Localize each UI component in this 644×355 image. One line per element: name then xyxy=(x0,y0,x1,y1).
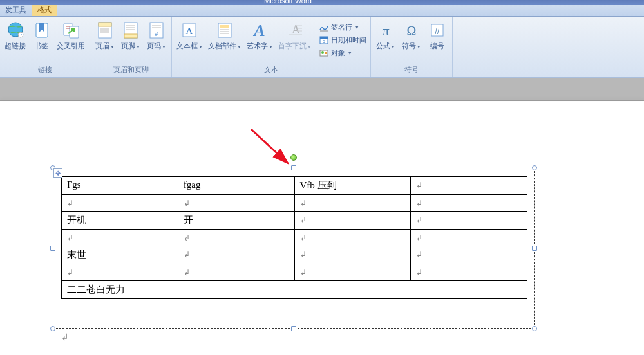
footer-icon xyxy=(120,20,141,41)
table-row[interactable]: ↲↲↲↲ xyxy=(62,230,527,246)
resize-handle-mr[interactable] xyxy=(532,246,537,251)
group-headerfooter: 页眉▼ 页脚▼ # 页码▼ 页眉和页脚 xyxy=(90,17,172,77)
ribbon: 超链接 书签 交叉引用 链接 页眉▼ xyxy=(0,17,644,77)
textbox-icon: A xyxy=(179,20,200,41)
table-cell[interactable]: ↲ xyxy=(411,195,527,212)
table-cell[interactable]: Vfb 压到 xyxy=(294,177,411,195)
table-cell[interactable]: 末世 xyxy=(62,246,178,264)
quickparts-icon xyxy=(214,20,235,41)
document-table[interactable]: FgsfgagVfb 压到↲↲↲↲↲开机开↲↲↲↲↲↲末世↲↲↲↲↲↲↲二二苍白… xyxy=(61,176,527,299)
table-cell[interactable]: ↲ xyxy=(411,246,527,264)
resize-handle-tr[interactable] xyxy=(532,165,537,170)
equation-button[interactable]: π 公式▼ xyxy=(374,19,398,51)
svg-text:π: π xyxy=(382,23,389,39)
svg-rect-24 xyxy=(220,25,229,28)
chevron-down-icon: ▼ xyxy=(198,44,203,49)
table-row[interactable]: 开机开↲↲ xyxy=(62,212,527,230)
table-cell[interactable]: ↲ xyxy=(178,195,294,212)
svg-text:#: # xyxy=(435,25,440,36)
table-cell[interactable]: ↲ xyxy=(411,230,527,246)
wordart-button[interactable]: A 艺术字▼ xyxy=(245,19,275,51)
table-cell[interactable]: ↲ xyxy=(62,230,178,246)
table-cell[interactable]: ↲ xyxy=(411,177,527,195)
symbol-button[interactable]: Ω 符号▼ xyxy=(399,19,424,51)
number-button[interactable]: # 编号 xyxy=(425,19,450,51)
table-cell[interactable]: ↲ xyxy=(294,212,411,230)
chevron-down-icon: ▼ xyxy=(417,44,421,49)
selected-object-frame[interactable]: ✥ FgsfgagVfb 压到↲↲↲↲↲开机开↲↲↲↲↲↲末世↲↲↲↲↲↲↲二二… xyxy=(53,168,535,329)
table-cell[interactable]: ↲ xyxy=(178,230,294,246)
title-bar: Microsoft Word xyxy=(0,0,644,5)
rotation-handle[interactable] xyxy=(290,154,297,161)
document-area[interactable]: ✥ FgsfgagVfb 压到↲↲↲↲↲开机开↲↲↲↲↲↲末世↲↲↲↲↲↲↲二二… xyxy=(0,77,644,355)
table-cell[interactable]: ↲ xyxy=(411,212,527,230)
datetime-button[interactable]: 5 日期和时间 xyxy=(317,34,368,46)
table-row[interactable]: 末世↲↲↲ xyxy=(62,246,527,264)
table-cell[interactable]: ↲ xyxy=(62,264,178,281)
crossref-button[interactable]: 交叉引用 xyxy=(55,19,87,51)
svg-text:Ω: Ω xyxy=(406,24,416,38)
table-cell[interactable]: Fgs xyxy=(62,177,178,195)
table-move-handle[interactable]: ✥ xyxy=(53,168,62,178)
chevron-down-icon: ▼ xyxy=(237,44,242,49)
resize-handle-bl[interactable] xyxy=(50,326,55,331)
sigline-button[interactable]: 签名行▼ xyxy=(317,21,368,33)
table-row[interactable]: ↲↲↲↲ xyxy=(62,264,527,281)
table-cell[interactable]: ↲ xyxy=(294,230,411,246)
bookmark-icon xyxy=(31,20,52,41)
quickparts-button[interactable]: 文档部件▼ xyxy=(206,19,243,51)
table-row[interactable]: FgsfgagVfb 压到↲ xyxy=(62,177,527,195)
table-row[interactable]: 二二苍白无力 xyxy=(62,281,527,299)
table-row[interactable]: ↲↲↲↲ xyxy=(62,195,527,212)
chevron-down-icon: ▼ xyxy=(307,44,312,49)
tab-format[interactable]: 格式 xyxy=(32,3,57,16)
table-cell[interactable]: ↲ xyxy=(178,264,294,281)
footer-button[interactable]: 页脚▼ xyxy=(118,19,143,51)
chevron-down-icon: ▼ xyxy=(162,44,166,49)
object-button[interactable]: 对象▼ xyxy=(317,47,368,59)
table-cell[interactable]: ↲ xyxy=(62,195,178,212)
chevron-down-icon: ▼ xyxy=(110,44,115,49)
table-cell[interactable]: ↲ xyxy=(294,246,411,264)
resize-handle-br[interactable] xyxy=(532,326,537,331)
crossref-icon xyxy=(61,20,81,41)
svg-text:5: 5 xyxy=(323,39,325,44)
bookmark-button[interactable]: 书签 xyxy=(29,19,53,51)
svg-rect-36 xyxy=(320,37,328,39)
svg-rect-38 xyxy=(320,50,328,56)
group-symbols: π 公式▼ Ω 符号▼ # 编号 符号 xyxy=(371,17,453,77)
pi-icon: π xyxy=(375,20,396,41)
chevron-down-icon: ▼ xyxy=(136,44,140,49)
svg-rect-40 xyxy=(325,52,327,54)
pagenum-icon: # xyxy=(146,20,167,41)
dropcap-button[interactable]: A 首字下沉▼ xyxy=(276,19,314,51)
globe-icon xyxy=(5,20,26,41)
table-cell[interactable]: fgag xyxy=(178,177,294,195)
table-cell[interactable]: ↲ xyxy=(178,246,294,264)
wordart-icon: A xyxy=(249,20,270,41)
resize-handle-bm[interactable] xyxy=(291,326,296,331)
svg-text:A: A xyxy=(292,23,300,36)
table-cell[interactable]: ↲ xyxy=(411,264,527,281)
header-button[interactable]: 页眉▼ xyxy=(93,19,117,51)
resize-handle-tm[interactable] xyxy=(291,165,296,170)
table-cell[interactable]: ↲ xyxy=(294,264,411,281)
group-links: 超链接 书签 交叉引用 链接 xyxy=(0,17,90,77)
resize-handle-ml[interactable] xyxy=(50,246,55,251)
paragraph-mark: ↲ xyxy=(61,332,69,343)
number-icon: # xyxy=(427,20,448,41)
table-cell[interactable]: 开机 xyxy=(62,212,178,230)
chevron-down-icon: ▼ xyxy=(391,44,395,49)
textbox-button[interactable]: A 文本框▼ xyxy=(175,19,205,51)
table-cell[interactable]: ↲ xyxy=(294,195,411,212)
group-text: A 文本框▼ 文档部件▼ A 艺术字▼ A 首字下沉▼ xyxy=(172,17,371,77)
object-icon xyxy=(319,48,329,58)
tab-developer[interactable]: 发工具 xyxy=(0,4,32,16)
header-icon xyxy=(95,20,115,41)
table-cell[interactable]: 二二苍白无力 xyxy=(62,281,527,299)
svg-rect-13 xyxy=(124,34,137,38)
table-cell[interactable]: 开 xyxy=(178,212,294,230)
hyperlink-button[interactable]: 超链接 xyxy=(3,19,28,51)
pagenum-button[interactable]: # 页码▼ xyxy=(144,19,169,51)
dropcap-icon: A xyxy=(285,20,305,41)
